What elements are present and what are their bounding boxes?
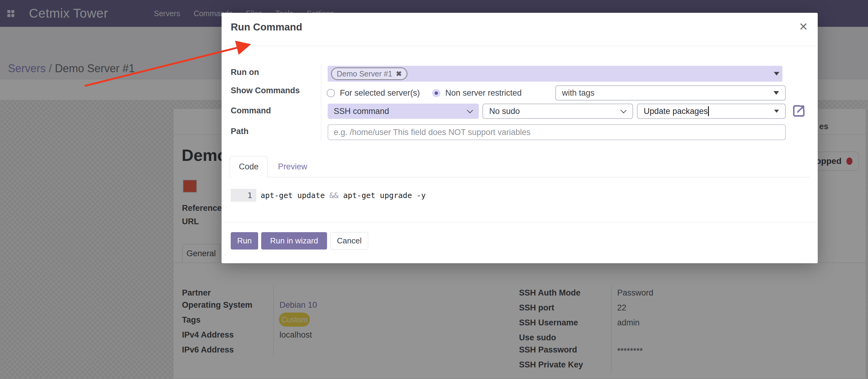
run-button[interactable]: Run <box>231 232 258 250</box>
app-window: Cetmix Tower Servers Commands Files Tool… <box>0 0 868 379</box>
cancel-button[interactable]: Cancel <box>330 232 368 250</box>
action-type-chevron-icon <box>467 107 473 113</box>
command-label: Command <box>231 106 271 116</box>
radio-for-selected-servers-label[interactable]: For selected server(s) <box>340 88 420 98</box>
tab-bottom-border <box>230 177 809 177</box>
radio-non-server-restricted[interactable] <box>432 89 440 97</box>
with-tags-select[interactable]: with tags <box>555 85 786 100</box>
dialog-footer-divider <box>222 222 818 222</box>
radio-for-selected-servers[interactable] <box>327 89 335 97</box>
run-command-dialog: Run Command ✕ Run on Demo Server #1 ✖ Sh… <box>222 13 818 263</box>
remove-tag-icon[interactable]: ✖ <box>396 70 402 78</box>
radio-non-server-restricted-label[interactable]: Non server restricted <box>445 88 522 98</box>
code-operator: && <box>330 191 339 200</box>
sudo-mode-select[interactable]: No sudo <box>483 103 633 119</box>
server-tag-pill: Demo Server #1 ✖ <box>331 67 407 80</box>
path-input[interactable] <box>328 124 786 140</box>
run-on-tags-field[interactable]: Demo Server #1 ✖ <box>328 66 782 82</box>
tab-preview[interactable]: Preview <box>271 156 314 177</box>
open-record-external-link-icon[interactable] <box>792 104 806 118</box>
code-editor-line[interactable]: apt-get update && apt-get upgrade -y <box>260 189 426 202</box>
label-column-divider <box>321 63 321 141</box>
server-tag-label: Demo Server #1 <box>337 69 392 78</box>
close-icon[interactable]: ✕ <box>796 20 811 34</box>
code-line-number: 1 <box>231 189 256 202</box>
sudo-mode-chevron-icon <box>621 107 627 113</box>
dialog-header-divider <box>222 46 818 46</box>
tab-code[interactable]: Code <box>230 156 268 177</box>
command-name-caret-icon <box>774 110 779 113</box>
dialog-title: Run Command <box>231 21 302 33</box>
text-cursor <box>708 106 709 116</box>
run-on-label: Run on <box>231 68 259 77</box>
path-label: Path <box>231 127 249 136</box>
command-name-combobox[interactable]: Update packages <box>637 103 786 119</box>
active-tab-mask <box>230 177 267 178</box>
action-type-select[interactable]: SSH command <box>328 103 479 119</box>
with-tags-caret-icon <box>774 91 779 95</box>
run-in-wizard-button[interactable]: Run in wizard <box>261 232 327 250</box>
show-commands-label: Show Commands <box>231 86 300 95</box>
run-on-dropdown-caret-icon[interactable] <box>774 72 779 75</box>
